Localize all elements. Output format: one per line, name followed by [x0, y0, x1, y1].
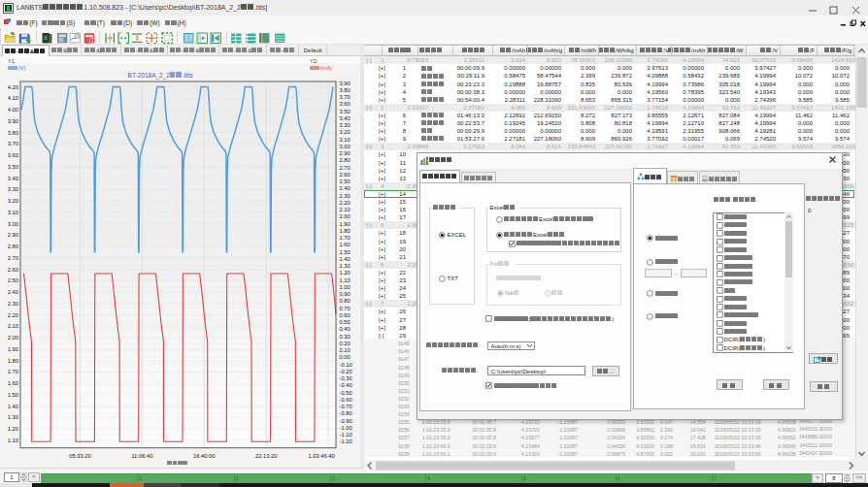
svg-text:3.40: 3.40: [8, 176, 18, 181]
svg-text:2.60: 2.60: [8, 267, 18, 273]
svg-text:3.50: 3.50: [8, 164, 18, 170]
svg-text:0.60: 0.60: [340, 312, 351, 318]
svg-text:0.40: 0.40: [340, 326, 351, 332]
svg-text:0.00: 0.00: [340, 354, 351, 360]
svg-text:1.30: 1.30: [340, 263, 351, 269]
svg-text:3.70: 3.70: [340, 94, 351, 100]
svg-text:1.90: 1.90: [8, 346, 18, 352]
svg-text:2.30: 2.30: [8, 301, 18, 307]
svg-text:1.10: 1.10: [340, 277, 351, 283]
svg-text:1.50: 1.50: [8, 392, 18, 398]
svg-text:0.50: 0.50: [340, 319, 351, 325]
svg-text:-1.10: -1.10: [340, 432, 352, 438]
svg-text:3.10: 3.10: [8, 210, 18, 215]
svg-text:3.60: 3.60: [8, 152, 18, 158]
svg-text:1.03:46:40: 1.03:46:40: [308, 453, 334, 459]
svg-text:2.40: 2.40: [8, 289, 18, 295]
svg-text:0.30: 0.30: [340, 334, 351, 340]
svg-text:3.20: 3.20: [8, 198, 18, 204]
svg-text:1.60: 1.60: [340, 242, 351, 247]
svg-text:3.30: 3.30: [340, 122, 351, 128]
svg-text:3.70: 3.70: [8, 141, 18, 146]
svg-text:-0.20: -0.20: [340, 369, 352, 374]
svg-text:0.10: 0.10: [340, 347, 351, 353]
svg-text:2.80: 2.80: [340, 157, 351, 163]
svg-text:2.80: 2.80: [8, 244, 18, 249]
svg-text:11:06:40: 11:06:40: [131, 453, 152, 459]
svg-text:2.30: 2.30: [340, 193, 351, 199]
svg-text:3.30: 3.30: [8, 186, 18, 192]
svg-text:4.20: 4.20: [8, 84, 18, 90]
svg-text:3.00: 3.00: [340, 144, 351, 149]
svg-text:0.20: 0.20: [340, 341, 351, 346]
svg-text:1.50: 1.50: [340, 249, 351, 255]
svg-text:0.90: 0.90: [340, 291, 351, 297]
svg-text:2.00: 2.00: [340, 213, 351, 219]
svg-text:0.80: 0.80: [340, 298, 351, 304]
svg-text:1.70: 1.70: [340, 235, 351, 241]
svg-text:2.50: 2.50: [340, 179, 351, 184]
svg-text:1.40: 1.40: [8, 404, 18, 409]
svg-text:1.20: 1.20: [8, 426, 18, 432]
svg-text:-0.30: -0.30: [340, 375, 352, 381]
svg-text:1.70: 1.70: [8, 369, 18, 374]
svg-text:1.00: 1.00: [340, 284, 351, 290]
svg-text:2.50: 2.50: [8, 277, 18, 283]
svg-text:2.20: 2.20: [8, 312, 18, 318]
svg-text:-0.80: -0.80: [340, 410, 352, 416]
svg-text:4.10: 4.10: [8, 95, 18, 101]
svg-text:3.10: 3.10: [340, 137, 351, 143]
svg-text:1.10: 1.10: [8, 438, 18, 443]
svg-text:2.20: 2.20: [340, 200, 351, 206]
svg-text:1.90: 1.90: [340, 221, 351, 227]
svg-text:2.60: 2.60: [340, 172, 351, 178]
svg-text:1.40: 1.40: [340, 256, 351, 262]
svg-text:2.70: 2.70: [340, 165, 351, 171]
svg-text:-0.40: -0.40: [340, 382, 352, 388]
svg-text:0.70: 0.70: [340, 306, 351, 311]
svg-text:1.30: 1.30: [8, 414, 18, 420]
svg-text:2.10: 2.10: [8, 323, 18, 329]
svg-text:3.50: 3.50: [340, 109, 351, 114]
svg-text:4.00: 4.00: [8, 107, 18, 113]
svg-text:-1.20: -1.20: [340, 438, 352, 444]
svg-text:2.70: 2.70: [8, 255, 18, 261]
svg-text:3.80: 3.80: [8, 130, 18, 136]
svg-text:1.80: 1.80: [8, 358, 18, 364]
svg-text:3.00: 3.00: [8, 221, 18, 227]
svg-text:2.90: 2.90: [8, 232, 18, 238]
svg-text:3.90: 3.90: [340, 81, 351, 86]
svg-text:3.90: 3.90: [8, 118, 18, 124]
svg-text:1.20: 1.20: [340, 270, 351, 276]
svg-text:2.10: 2.10: [340, 207, 351, 212]
svg-text:3.20: 3.20: [340, 129, 351, 135]
svg-text:1.80: 1.80: [340, 228, 351, 234]
svg-text:-0.10: -0.10: [340, 362, 352, 368]
svg-text:2.40: 2.40: [340, 185, 351, 191]
svg-text:16:40:00: 16:40:00: [193, 453, 216, 459]
svg-text:-0.60: -0.60: [340, 397, 352, 403]
svg-text:1.60: 1.60: [8, 380, 18, 386]
svg-text:-0.90: -0.90: [340, 418, 352, 424]
svg-text:05:33:20: 05:33:20: [69, 453, 91, 459]
svg-text:3.80: 3.80: [340, 87, 351, 93]
svg-text:3.40: 3.40: [340, 115, 351, 121]
svg-text:2.00: 2.00: [8, 335, 18, 341]
svg-text:-0.70: -0.70: [340, 404, 352, 409]
svg-text:3.60: 3.60: [340, 101, 351, 107]
svg-text:2.90: 2.90: [340, 150, 351, 156]
svg-text:-1.00: -1.00: [340, 425, 352, 431]
svg-text:-0.50: -0.50: [340, 390, 352, 396]
svg-text:22:13:20: 22:13:20: [255, 453, 278, 459]
